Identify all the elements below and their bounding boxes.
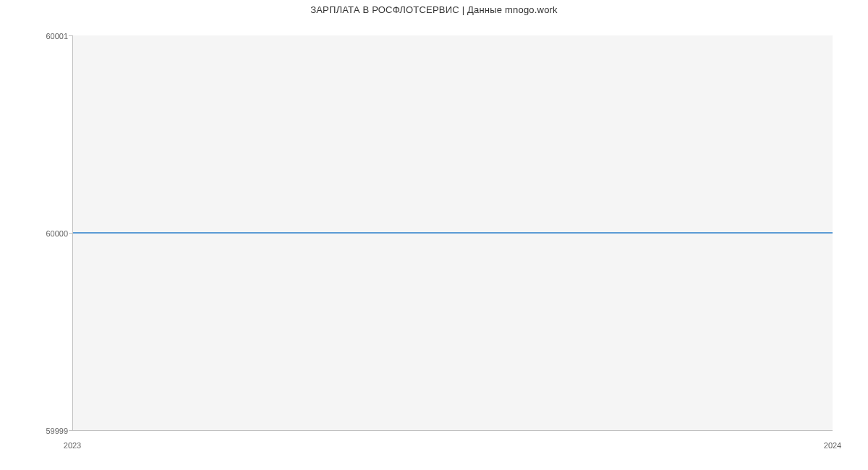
data-line: [73, 232, 833, 234]
x-axis-tick-label: 2024: [824, 441, 841, 450]
plot-area: [72, 35, 833, 431]
y-axis-tick-label: 59999: [32, 427, 68, 435]
x-axis-tick-label: 2023: [64, 441, 81, 450]
y-axis-tick-label: 60000: [32, 229, 68, 238]
chart-title: ЗАРПЛАТА В РОСФЛОТСЕРВИС | Данные mnogo.…: [0, 4, 868, 15]
y-axis-tick-label: 60001: [32, 32, 68, 40]
chart-container: ЗАРПЛАТА В РОСФЛОТСЕРВИС | Данные mnogo.…: [0, 0, 868, 470]
